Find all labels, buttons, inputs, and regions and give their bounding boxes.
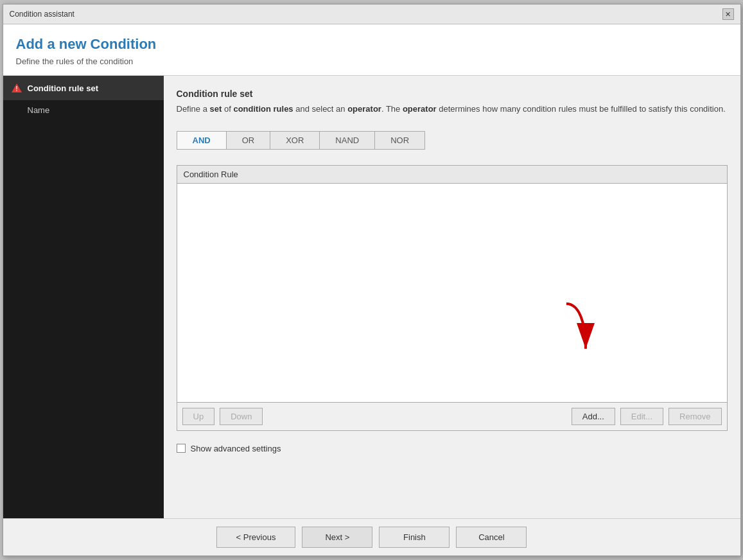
operator-nor-button[interactable]: NOR (374, 131, 425, 150)
desc-part4: . The (381, 104, 403, 114)
desc-part1: Define a (177, 104, 210, 114)
edit-button[interactable]: Edit... (620, 408, 663, 425)
action-row: Up Down Add... Edit... Remove (177, 402, 727, 430)
remove-button[interactable]: Remove (669, 408, 721, 425)
condition-table: Condition Rule (177, 165, 728, 431)
content-area: ! Condition rule set Name Condition rule… (3, 76, 740, 518)
page-title: Add a new Condition (16, 36, 728, 53)
finish-button[interactable]: Finish (379, 527, 450, 548)
desc-bold1: set (210, 104, 222, 114)
sidebar-item-label: Condition rule set (28, 83, 99, 93)
operator-xor-button[interactable]: XOR (270, 131, 320, 150)
desc-part5: determines how many condition rules must… (437, 104, 726, 114)
desc-bold2: condition rules (233, 104, 293, 114)
main-panel: Condition rule set Define a set of condi… (164, 76, 740, 518)
close-button[interactable]: ✕ (722, 8, 734, 20)
next-button[interactable]: Next > (302, 527, 372, 548)
table-header: Condition Rule (177, 166, 727, 184)
down-button[interactable]: Down (220, 408, 263, 425)
header-section: Add a new Condition Define the rules of … (3, 24, 740, 76)
cancel-button[interactable]: Cancel (456, 527, 527, 548)
previous-button[interactable]: < Previous (216, 527, 296, 548)
table-body (177, 184, 727, 402)
svg-text:!: ! (15, 85, 17, 92)
title-bar: Condition assistant ✕ (3, 4, 740, 24)
add-button[interactable]: Add... (572, 408, 615, 425)
warning-icon: ! (11, 82, 22, 94)
desc-part3: and select an (293, 104, 348, 114)
operator-and-button[interactable]: AND (177, 131, 227, 150)
section-header: Condition rule set Define a set of condi… (177, 89, 728, 116)
sidebar-item-condition-rule-set[interactable]: ! Condition rule set (3, 76, 164, 100)
sidebar: ! Condition rule set Name (3, 76, 164, 518)
desc-bold3: operator (347, 104, 381, 114)
condition-assistant-dialog: Condition assistant ✕ Add a new Conditio… (3, 4, 741, 556)
dialog-title: Condition assistant (10, 10, 74, 19)
advanced-settings-checkbox[interactable] (177, 444, 186, 453)
up-button[interactable]: Up (182, 408, 215, 425)
footer: < Previous Next > Finish Cancel (3, 518, 740, 556)
section-title: Condition rule set (177, 89, 728, 99)
sidebar-sub-item-name[interactable]: Name (3, 100, 164, 120)
description-text: Define a set of condition rules and sele… (177, 103, 728, 116)
desc-bold4: operator (403, 104, 437, 114)
operator-or-button[interactable]: OR (226, 131, 271, 150)
operator-nand-button[interactable]: NAND (319, 131, 375, 150)
advanced-settings-row: Show advanced settings (177, 444, 728, 453)
desc-part2: of (222, 104, 233, 114)
page-subtitle: Define the rules of the condition (16, 57, 728, 66)
operator-row: AND OR XOR NAND NOR (177, 131, 728, 150)
advanced-settings-label: Show advanced settings (191, 444, 281, 453)
arrow-annotation (547, 297, 599, 363)
